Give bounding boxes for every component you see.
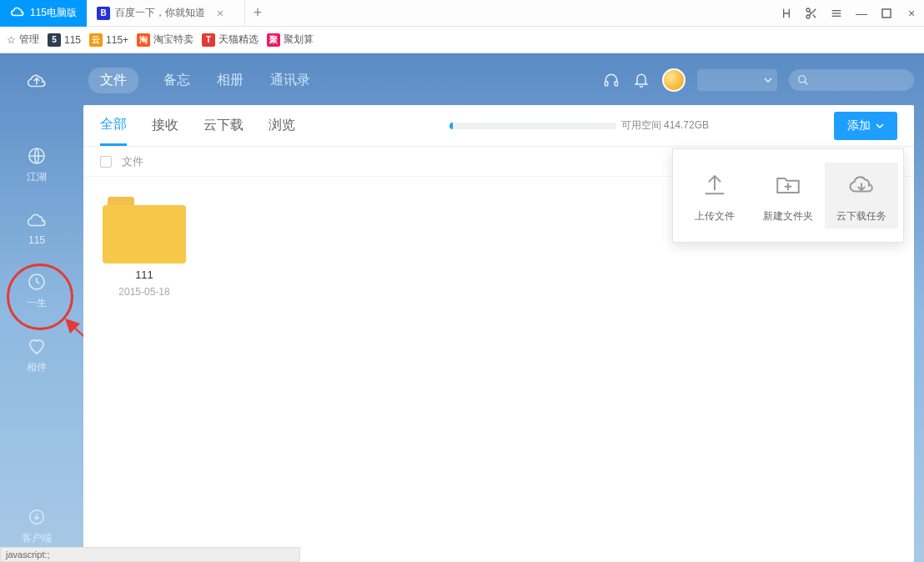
nav-file[interactable]: 文件 bbox=[88, 68, 138, 93]
col-file: 文件 bbox=[122, 154, 143, 169]
space-label: 可用空间 414.72GB bbox=[621, 118, 709, 133]
chevron-down-icon bbox=[876, 122, 884, 130]
subtab-browse[interactable]: 浏览 bbox=[269, 105, 295, 146]
close-button[interactable]: × bbox=[899, 0, 924, 27]
add-button[interactable]: 添加 bbox=[834, 112, 897, 140]
subtab-cloud-dl[interactable]: 云下载 bbox=[203, 105, 244, 146]
star-icon: ☆ bbox=[7, 34, 16, 46]
dropdown-upload[interactable]: 上传文件 bbox=[678, 163, 751, 228]
headphones-icon[interactable] bbox=[602, 71, 620, 89]
add-dropdown: 上传文件 新建文件夹 云下载任务 bbox=[672, 148, 904, 243]
select-all-checkbox[interactable] bbox=[100, 156, 112, 168]
dropdown-cloudtask[interactable]: 云下载任务 bbox=[825, 163, 898, 228]
sidebar-item-client[interactable]: 客户端 bbox=[22, 506, 52, 545]
chevron-down-icon bbox=[764, 76, 772, 84]
user-menu[interactable] bbox=[697, 69, 777, 91]
favicon-115: 5 bbox=[48, 33, 61, 47]
avatar[interactable] bbox=[662, 68, 685, 92]
bell-icon[interactable] bbox=[632, 71, 650, 89]
favicon-taobao: 淘 bbox=[137, 33, 150, 47]
download-icon bbox=[26, 506, 48, 528]
svg-rect-5 bbox=[882, 9, 891, 18]
nav-contacts[interactable]: 通讯录 bbox=[269, 68, 312, 93]
bookmark-juhuasuan[interactable]: 聚 聚划算 bbox=[267, 33, 314, 47]
space-indicator: 可用空间 414.72GB bbox=[449, 118, 709, 133]
search-input[interactable] bbox=[789, 69, 914, 91]
sidebar-label: 江湖 bbox=[27, 170, 47, 184]
sub-tabs: 全部 接收 云下载 浏览 可用空间 414.72GB 添加 bbox=[83, 105, 914, 147]
status-bar: javascript:; bbox=[0, 547, 300, 562]
favicon-ju: 聚 bbox=[267, 33, 280, 47]
new-folder-icon bbox=[771, 168, 805, 201]
bookmark-bar: ☆ 管理 5 115 云 115+ 淘 淘宝特卖 T 天猫精选 聚 聚划算 bbox=[0, 27, 924, 53]
upload-icon bbox=[698, 168, 731, 201]
minimize-button[interactable]: — bbox=[849, 0, 874, 27]
sidebar-label: 相伴 bbox=[27, 360, 47, 374]
heart-icon bbox=[26, 335, 48, 357]
nav-album[interactable]: 相册 bbox=[215, 68, 245, 93]
bookmark-taobao[interactable]: 淘 淘宝特卖 bbox=[137, 33, 193, 47]
cloud-upload-icon bbox=[26, 70, 48, 92]
menu-icon[interactable] bbox=[824, 0, 849, 27]
file-date: 2015-05-18 bbox=[118, 286, 169, 298]
window-controls: — × bbox=[774, 0, 924, 27]
cloud-icon bbox=[26, 209, 48, 231]
svg-line-14 bbox=[805, 82, 808, 85]
sidebar-label: 115 bbox=[28, 234, 45, 246]
scissors-icon[interactable] bbox=[799, 0, 824, 27]
sidebar-item-115[interactable]: 115 bbox=[26, 209, 48, 246]
sidebar: 江湖 115 一生 相伴 客户端 bbox=[0, 53, 73, 562]
new-tab-button[interactable]: + bbox=[245, 0, 270, 27]
globe-icon bbox=[26, 145, 48, 167]
top-nav: 文件 备忘 相册 通讯录 bbox=[83, 63, 914, 97]
cloud-download-icon bbox=[845, 168, 878, 201]
dropdown-newfolder[interactable]: 新建文件夹 bbox=[751, 163, 825, 228]
bookmark-115[interactable]: 5 115 bbox=[48, 33, 81, 47]
svg-point-13 bbox=[799, 76, 806, 83]
file-panel: 全部 接收 云下载 浏览 可用空间 414.72GB 添加 文件 bbox=[83, 105, 914, 562]
svg-rect-12 bbox=[615, 82, 617, 86]
content-area: 文件 备忘 相册 通讯录 全部 接收 云下载 bbox=[73, 53, 924, 562]
status-text: javascript:; bbox=[6, 549, 50, 559]
svg-point-0 bbox=[806, 8, 810, 12]
svg-rect-11 bbox=[605, 82, 608, 86]
subtab-all[interactable]: 全部 bbox=[100, 105, 127, 146]
bookmark-115plus[interactable]: 云 115+ bbox=[89, 33, 128, 47]
sidebar-label: 客户端 bbox=[22, 531, 52, 545]
favicon-115plus: 云 bbox=[89, 33, 103, 47]
folder-icon bbox=[103, 197, 186, 263]
favicon-tmall: T bbox=[202, 33, 215, 47]
tab-label: 百度一下，你就知道 bbox=[115, 6, 205, 20]
svg-point-1 bbox=[806, 15, 810, 18]
file-name: 111 bbox=[135, 268, 153, 281]
main-app: 江湖 115 一生 相伴 客户端 文件 bbox=[0, 53, 924, 562]
cloud-icon bbox=[10, 4, 25, 22]
titlebar: 115电脑版 B 百度一下，你就知道 × + — × bbox=[0, 0, 924, 27]
tool-icon-1[interactable] bbox=[774, 0, 799, 27]
subtab-receive[interactable]: 接收 bbox=[152, 105, 178, 146]
browser-tab-115[interactable]: 115电脑版 bbox=[0, 0, 87, 27]
tab-label: 115电脑版 bbox=[30, 6, 77, 20]
maximize-button[interactable] bbox=[874, 0, 899, 27]
nav-memo[interactable]: 备忘 bbox=[162, 68, 192, 93]
folder-item[interactable]: 111 2015-05-18 bbox=[98, 197, 190, 298]
baidu-icon: B bbox=[97, 7, 110, 20]
close-icon[interactable]: × bbox=[217, 7, 223, 20]
sidebar-upload[interactable] bbox=[26, 70, 48, 92]
sidebar-item-yisheng[interactable]: 一生 bbox=[26, 271, 48, 310]
space-bar bbox=[449, 123, 616, 129]
sidebar-label: 一生 bbox=[27, 296, 47, 310]
bookmark-manage[interactable]: ☆ 管理 bbox=[7, 33, 39, 47]
bookmark-tmall[interactable]: T 天猫精选 bbox=[202, 33, 259, 47]
sidebar-item-jianghu[interactable]: 江湖 bbox=[26, 145, 48, 184]
sidebar-item-xiangban[interactable]: 相伴 bbox=[26, 335, 48, 374]
search-icon bbox=[797, 74, 809, 86]
browser-tab-baidu[interactable]: B 百度一下，你就知道 × bbox=[87, 0, 245, 27]
clock-icon bbox=[26, 271, 48, 293]
